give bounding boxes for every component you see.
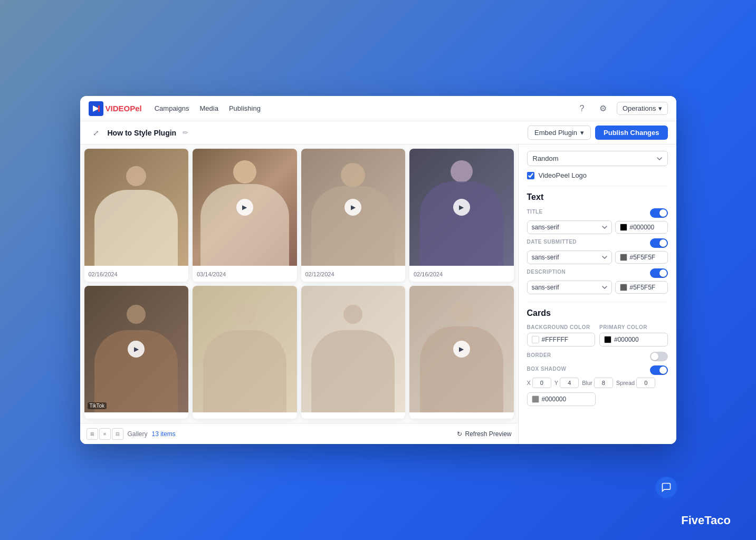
shadow-color-swatch bbox=[532, 396, 539, 403]
video-card[interactable]: ▶ TikTok bbox=[84, 286, 189, 419]
title-toggle[interactable] bbox=[650, 208, 668, 218]
shadow-spread-field: Spread bbox=[616, 378, 655, 388]
text-section: Text TITLE sans-serif serif monospace bbox=[527, 192, 668, 294]
embed-plugin-button[interactable]: Embed Plugin ▾ bbox=[528, 126, 591, 140]
play-button[interactable]: ▶ bbox=[128, 341, 145, 358]
view-toggle: ⊞ ≡ ⊟ bbox=[87, 428, 123, 440]
primary-color-field[interactable]: #000000 bbox=[599, 333, 668, 346]
cards-section: Cards BACKGROUND COLOR #FFFFFF PRIMARY C… bbox=[527, 308, 668, 406]
background-color-label: BACKGROUND COLOR bbox=[527, 324, 596, 330]
toolbar-right: Embed Plugin ▾ Publish Changes bbox=[528, 126, 667, 140]
shadow-color-field[interactable]: #000000 bbox=[527, 392, 596, 406]
video-date: 02/12/2024 bbox=[305, 271, 334, 277]
video-date: 03/14/2024 bbox=[197, 271, 226, 277]
logo-text: VIDEOPel bbox=[106, 104, 142, 113]
desc-field-label: DESCRIPTION bbox=[527, 269, 566, 275]
date-label-row: DATE SUBMITTED bbox=[527, 238, 668, 248]
shadow-inputs-row: X Y Blur Spread bbox=[527, 378, 668, 388]
video-card[interactable]: ▶ 02/12/2024 bbox=[301, 149, 406, 282]
video-card[interactable]: ▶ bbox=[409, 286, 514, 419]
video-date: 02/16/2024 bbox=[89, 271, 118, 277]
preview-bottom: ⊞ ≡ ⊟ Gallery 13 items ↻ Refresh Preview bbox=[80, 423, 518, 444]
chevron-down-icon: ▾ bbox=[658, 104, 662, 112]
desc-toggle[interactable] bbox=[650, 268, 668, 278]
title-field-label: TITLE bbox=[527, 209, 543, 215]
text-section-title: Text bbox=[527, 192, 668, 202]
compact-view-button[interactable]: ⊟ bbox=[112, 428, 123, 440]
box-shadow-label: BOX SHADOW bbox=[527, 366, 567, 372]
order-select[interactable]: Random Newest Oldest bbox=[527, 151, 668, 166]
publish-changes-button[interactable]: Publish Changes bbox=[595, 126, 667, 140]
shadow-spread-input[interactable] bbox=[636, 378, 655, 388]
videopeel-logo-checkbox[interactable] bbox=[527, 172, 534, 179]
shadow-x-label: X bbox=[527, 380, 531, 386]
chat-fab-button[interactable] bbox=[656, 477, 677, 498]
title-font-select[interactable]: sans-serif serif monospace bbox=[527, 220, 612, 234]
desc-field-row: sans-serif serif #5F5F5F bbox=[527, 281, 668, 294]
grid-view-button[interactable]: ⊞ bbox=[87, 428, 98, 440]
play-button[interactable]: ▶ bbox=[453, 199, 470, 216]
desc-label-row: DESCRIPTION bbox=[527, 268, 668, 278]
date-field-label: DATE SUBMITTED bbox=[527, 239, 577, 245]
border-label: BORDER bbox=[527, 352, 551, 358]
desc-color-field[interactable]: #5F5F5F bbox=[615, 281, 668, 294]
list-view-button[interactable]: ≡ bbox=[99, 428, 111, 440]
operations-button[interactable]: Operations ▾ bbox=[617, 102, 668, 115]
nav-links: Campaigns Media Publishing bbox=[155, 102, 575, 114]
play-button[interactable]: ▶ bbox=[236, 199, 253, 216]
chevron-down-icon: ▾ bbox=[580, 129, 584, 137]
settings-icon[interactable]: ⚙ bbox=[596, 101, 610, 116]
video-card[interactable]: ▶ 03/14/2024 bbox=[193, 149, 297, 282]
video-card[interactable]: ▶ 02/16/2024 bbox=[409, 149, 514, 282]
video-card[interactable] bbox=[193, 286, 297, 419]
main-content: 02/16/2024 ▶ 03/14/2024 bbox=[80, 144, 676, 444]
logo[interactable]: VIDEOPel bbox=[89, 101, 142, 116]
date-font-select[interactable]: sans-serif serif bbox=[527, 250, 612, 264]
primary-color-col: PRIMARY COLOR #000000 bbox=[599, 324, 668, 346]
refresh-icon: ↻ bbox=[457, 430, 462, 438]
edit-icon[interactable]: ✏ bbox=[183, 129, 188, 137]
app-window: VIDEOPel Campaigns Media Publishing ? ⚙ … bbox=[80, 96, 676, 444]
svg-rect-2 bbox=[98, 105, 100, 112]
shadow-x-input[interactable] bbox=[532, 378, 551, 388]
background-color-swatch bbox=[532, 336, 539, 343]
title-color-field[interactable]: #000000 bbox=[615, 221, 668, 234]
date-color-field[interactable]: #5F5F5F bbox=[615, 251, 668, 264]
title-color-swatch bbox=[620, 224, 627, 231]
background-color-col: BACKGROUND COLOR #FFFFFF bbox=[527, 324, 596, 346]
shadow-y-label: Y bbox=[554, 380, 558, 386]
desc-font-select[interactable]: sans-serif serif bbox=[527, 281, 612, 294]
shadow-y-input[interactable] bbox=[560, 378, 579, 388]
order-row: Random Newest Oldest bbox=[527, 151, 668, 166]
refresh-preview-button[interactable]: ↻ Refresh Preview bbox=[457, 430, 511, 438]
background-color-field[interactable]: #FFFFFF bbox=[527, 333, 596, 346]
video-card[interactable] bbox=[301, 286, 406, 419]
video-grid: 02/16/2024 ▶ 03/14/2024 bbox=[80, 144, 518, 423]
border-toggle[interactable] bbox=[650, 352, 668, 361]
help-icon[interactable]: ? bbox=[575, 101, 589, 116]
play-button[interactable]: ▶ bbox=[344, 199, 361, 216]
desc-color-swatch bbox=[620, 284, 627, 291]
shadow-blur-field: Blur bbox=[582, 378, 613, 388]
primary-color-label: PRIMARY COLOR bbox=[599, 324, 668, 330]
box-shadow-toggle[interactable] bbox=[650, 365, 668, 375]
shadow-blur-input[interactable] bbox=[594, 378, 613, 388]
videopeel-logo-label: VideoPeel Logo bbox=[539, 171, 587, 179]
video-date: 02/16/2024 bbox=[414, 271, 443, 277]
shadow-spread-label: Spread bbox=[616, 380, 635, 386]
nav-media[interactable]: Media bbox=[199, 102, 218, 114]
border-row: BORDER bbox=[527, 352, 668, 361]
items-count: 13 items bbox=[152, 430, 176, 438]
color-fields-row: BACKGROUND COLOR #FFFFFF PRIMARY COLOR #… bbox=[527, 324, 668, 346]
video-card[interactable]: 02/16/2024 bbox=[84, 149, 189, 282]
date-toggle[interactable] bbox=[650, 238, 668, 248]
tiktok-badge: TikTok bbox=[88, 402, 107, 409]
play-button[interactable]: ▶ bbox=[453, 341, 470, 358]
back-button[interactable]: ⤢ bbox=[89, 126, 103, 140]
nav-publishing[interactable]: Publishing bbox=[229, 102, 261, 114]
nav-campaigns[interactable]: Campaigns bbox=[155, 102, 189, 114]
title-label-row: TITLE bbox=[527, 208, 668, 218]
top-nav: VIDEOPel Campaigns Media Publishing ? ⚙ … bbox=[80, 96, 676, 121]
box-shadow-row: BOX SHADOW bbox=[527, 365, 668, 375]
preview-area: 02/16/2024 ▶ 03/14/2024 bbox=[80, 144, 518, 444]
